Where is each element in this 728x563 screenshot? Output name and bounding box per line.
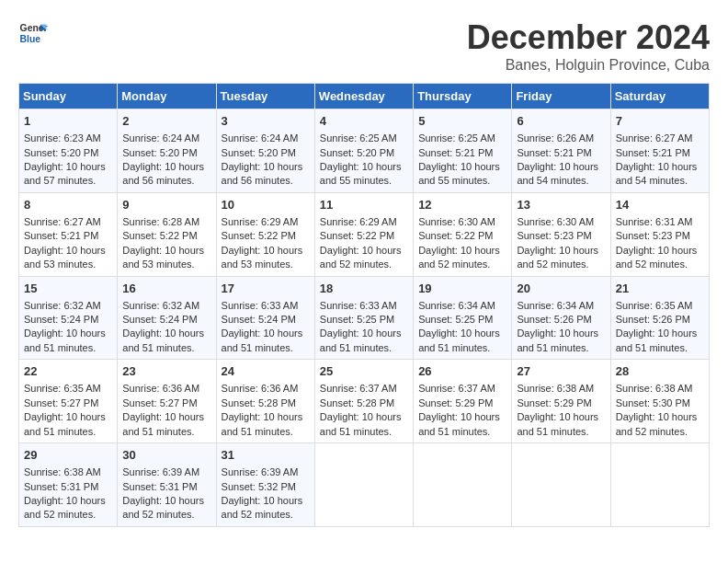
day-info: Sunrise: 6:28 AM	[122, 215, 210, 229]
col-tuesday: Tuesday	[216, 84, 314, 109]
day-info: Sunrise: 6:34 AM	[418, 299, 506, 313]
day-number: 15	[24, 281, 112, 297]
day-info: Sunrise: 6:39 AM	[222, 465, 310, 479]
day-info: and 57 minutes.	[24, 174, 112, 188]
table-row: 27Sunrise: 6:38 AMSunset: 5:29 PMDayligh…	[512, 360, 610, 443]
table-row: 24Sunrise: 6:36 AMSunset: 5:28 PMDayligh…	[216, 360, 314, 443]
day-number: 6	[517, 113, 605, 130]
day-info: Sunrise: 6:30 AM	[418, 215, 506, 229]
table-row: 5Sunrise: 6:25 AMSunset: 5:21 PMDaylight…	[414, 109, 512, 193]
day-info: Sunset: 5:29 PM	[517, 396, 605, 410]
day-info: Sunset: 5:22 PM	[320, 229, 408, 243]
col-wednesday: Wednesday	[314, 84, 413, 109]
table-row: 13Sunrise: 6:30 AMSunset: 5:23 PMDayligh…	[512, 192, 610, 276]
day-info: Sunset: 5:28 PM	[222, 396, 310, 410]
day-info: Daylight: 10 hours	[517, 410, 605, 424]
day-info: Daylight: 10 hours	[222, 244, 310, 258]
day-info: and 51 minutes.	[320, 341, 408, 355]
day-info: Sunset: 5:26 PM	[517, 313, 605, 327]
day-info: Sunrise: 6:31 AM	[616, 215, 704, 229]
day-number: 14	[616, 197, 704, 213]
day-info: Sunrise: 6:24 AM	[122, 132, 210, 145]
col-friday: Friday	[512, 84, 610, 109]
day-info: Sunset: 5:26 PM	[616, 313, 704, 327]
day-info: and 53 minutes.	[122, 258, 210, 271]
day-info: Sunrise: 6:38 AM	[24, 465, 112, 479]
day-info: Daylight: 10 hours	[222, 160, 310, 174]
location-subtitle: Banes, Holguin Province, Cuba	[467, 57, 710, 74]
day-info: Sunset: 5:28 PM	[320, 396, 408, 410]
table-row: 17Sunrise: 6:33 AMSunset: 5:24 PMDayligh…	[216, 276, 314, 360]
day-info: and 52 minutes.	[616, 258, 704, 271]
day-number: 5	[418, 113, 506, 130]
day-info: and 56 minutes.	[222, 174, 310, 188]
table-row: 14Sunrise: 6:31 AMSunset: 5:23 PMDayligh…	[610, 192, 709, 276]
day-info: Sunset: 5:31 PM	[122, 480, 210, 494]
table-row: 23Sunrise: 6:36 AMSunset: 5:27 PMDayligh…	[118, 360, 216, 443]
day-info: Sunrise: 6:26 AM	[517, 132, 605, 145]
day-info: and 55 minutes.	[320, 174, 408, 188]
day-info: Daylight: 10 hours	[24, 244, 112, 258]
table-row: 3Sunrise: 6:24 AMSunset: 5:20 PMDaylight…	[216, 109, 314, 193]
calendar-week-row: 29Sunrise: 6:38 AMSunset: 5:31 PMDayligh…	[19, 443, 710, 527]
calendar-week-row: 8Sunrise: 6:27 AMSunset: 5:21 PMDaylight…	[19, 192, 710, 276]
day-number: 1	[24, 113, 112, 130]
table-row: 12Sunrise: 6:30 AMSunset: 5:22 PMDayligh…	[414, 192, 512, 276]
table-row: 2Sunrise: 6:24 AMSunset: 5:20 PMDaylight…	[118, 109, 216, 193]
day-info: Sunset: 5:23 PM	[616, 229, 704, 243]
table-row	[314, 443, 413, 527]
table-row: 7Sunrise: 6:27 AMSunset: 5:21 PMDaylight…	[610, 109, 709, 193]
day-info: Daylight: 10 hours	[418, 327, 506, 340]
day-info: Daylight: 10 hours	[122, 410, 210, 424]
day-info: Daylight: 10 hours	[616, 410, 704, 424]
day-info: Sunset: 5:21 PM	[616, 146, 704, 160]
day-info: Daylight: 10 hours	[616, 327, 704, 340]
day-info: Daylight: 10 hours	[320, 160, 408, 174]
day-info: and 53 minutes.	[222, 258, 310, 271]
calendar-table: Sunday Monday Tuesday Wednesday Thursday…	[18, 83, 710, 527]
day-info: and 51 minutes.	[616, 341, 704, 355]
day-info: and 52 minutes.	[517, 258, 605, 271]
day-info: and 54 minutes.	[517, 174, 605, 188]
day-number: 11	[320, 197, 408, 213]
day-info: Daylight: 10 hours	[24, 494, 112, 508]
day-number: 28	[616, 363, 704, 380]
table-row: 11Sunrise: 6:29 AMSunset: 5:22 PMDayligh…	[314, 192, 413, 276]
table-row: 16Sunrise: 6:32 AMSunset: 5:24 PMDayligh…	[118, 276, 216, 360]
day-info: and 51 minutes.	[418, 341, 506, 355]
day-info: Daylight: 10 hours	[24, 160, 112, 174]
table-row: 10Sunrise: 6:29 AMSunset: 5:22 PMDayligh…	[216, 192, 314, 276]
day-info: Sunset: 5:22 PM	[122, 229, 210, 243]
day-info: Sunset: 5:30 PM	[616, 396, 704, 410]
day-info: and 55 minutes.	[418, 174, 506, 188]
day-info: Sunrise: 6:23 AM	[24, 132, 112, 145]
day-info: Sunrise: 6:24 AM	[222, 132, 310, 145]
day-number: 8	[24, 197, 112, 213]
day-info: Sunset: 5:21 PM	[418, 146, 506, 160]
day-info: Daylight: 10 hours	[517, 244, 605, 258]
svg-text:Blue: Blue	[20, 34, 41, 44]
day-number: 17	[222, 281, 310, 297]
day-number: 19	[418, 281, 506, 297]
table-row: 26Sunrise: 6:37 AMSunset: 5:29 PMDayligh…	[414, 360, 512, 443]
day-info: and 51 minutes.	[122, 341, 210, 355]
day-info: and 51 minutes.	[320, 425, 408, 439]
day-info: and 51 minutes.	[222, 341, 310, 355]
table-row: 22Sunrise: 6:35 AMSunset: 5:27 PMDayligh…	[19, 360, 118, 443]
day-info: Sunset: 5:22 PM	[222, 229, 310, 243]
day-info: Sunset: 5:29 PM	[418, 396, 506, 410]
table-row: 1Sunrise: 6:23 AMSunset: 5:20 PMDaylight…	[19, 109, 118, 193]
day-info: Sunrise: 6:36 AM	[122, 382, 210, 396]
day-info: Daylight: 10 hours	[418, 160, 506, 174]
day-info: Sunrise: 6:39 AM	[122, 465, 210, 479]
day-info: Sunrise: 6:34 AM	[517, 299, 605, 313]
table-row: 31Sunrise: 6:39 AMSunset: 5:32 PMDayligh…	[216, 443, 314, 527]
table-row	[414, 443, 512, 527]
day-info: and 52 minutes.	[418, 258, 506, 271]
day-info: Sunrise: 6:32 AM	[122, 299, 210, 313]
day-info: and 51 minutes.	[24, 425, 112, 439]
logo-icon: General Blue	[18, 18, 48, 48]
day-info: Daylight: 10 hours	[418, 244, 506, 258]
day-number: 7	[616, 113, 704, 130]
day-info: and 51 minutes.	[418, 425, 506, 439]
